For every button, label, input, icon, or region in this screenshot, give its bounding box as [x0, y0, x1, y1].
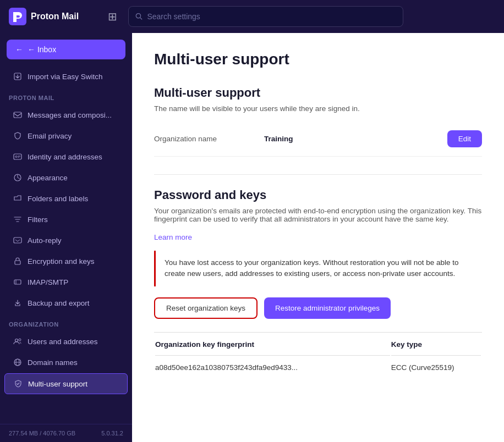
fingerprint-table: Organization key fingerprint Key type a0… — [154, 332, 482, 379]
logo-text: Proton Mail — [31, 12, 79, 21]
auto-reply-icon — [13, 236, 22, 245]
messages-icon — [13, 110, 22, 119]
key-type-value: ECC (Curve25519) — [391, 357, 481, 378]
top-bar: Proton Mail ⊞ — [0, 0, 504, 33]
multi-user-section-desc: The name will be visible to your users w… — [154, 104, 482, 113]
key-type-col-header: Key type — [391, 334, 481, 356]
appearance-icon — [13, 173, 22, 182]
password-keys-title: Password and keys — [154, 188, 482, 202]
page-title: Multi-user support — [154, 51, 482, 68]
sidebar-item-users[interactable]: Users and addresses — [4, 332, 128, 351]
storage-info: 277.54 MB / 4076.70 GB — [9, 430, 75, 437]
org-name-label: Organization name — [154, 135, 264, 143]
proton-mail-section-label: Proton Mail — [0, 87, 132, 104]
svg-rect-5 — [14, 154, 21, 159]
main-content: Multi-user support Multi-user support Th… — [132, 33, 504, 442]
multi-user-section-title: Multi-user support — [154, 86, 482, 100]
sidebar-item-encryption[interactable]: Encryption and keys — [4, 251, 128, 271]
version-info: 5.0.31.2 — [101, 430, 123, 437]
warning-container: You have lost access to your organizatio… — [154, 251, 482, 286]
sidebar: ← ← Inbox Import via Easy Switch Proton … — [0, 33, 132, 442]
fingerprint-value: a08d50ee162a10380753f243dfa9ed9433... — [155, 357, 390, 378]
fp-col-header: Organization key fingerprint — [155, 334, 390, 356]
users-icon — [13, 337, 22, 346]
svg-rect-4 — [14, 112, 21, 118]
sidebar-item-backup[interactable]: Backup and export — [4, 293, 128, 313]
password-keys-section: Password and keys Your organization's em… — [154, 188, 482, 379]
arrow-left-icon: ← — [15, 45, 23, 54]
import-icon — [13, 72, 22, 81]
backup-icon — [13, 299, 22, 307]
sidebar-item-identity[interactable]: Identity and addresses — [4, 147, 128, 167]
svg-line-2 — [140, 18, 142, 19]
search-input[interactable] — [147, 12, 396, 21]
section-divider — [154, 174, 482, 175]
svg-point-15 — [19, 339, 21, 341]
org-name-row: Organization name Training Edit — [154, 121, 482, 157]
sidebar-item-appearance[interactable]: Appearance — [4, 168, 128, 187]
svg-point-14 — [15, 339, 18, 342]
sidebar-item-messages[interactable]: Messages and composi... — [4, 105, 128, 125]
globe-icon — [13, 358, 22, 367]
sidebar-item-imap[interactable]: IMAP/SMTP — [4, 272, 128, 292]
logo-area: Proton Mail — [9, 8, 97, 25]
svg-rect-12 — [14, 280, 21, 284]
sidebar-item-auto-reply[interactable]: Auto-reply — [4, 230, 128, 250]
inbox-button[interactable]: ← ← Inbox — [7, 40, 125, 59]
multi-user-section: Multi-user support The name will be visi… — [154, 86, 482, 157]
svg-point-6 — [15, 156, 17, 158]
edit-button[interactable]: Edit — [447, 130, 482, 147]
svg-rect-10 — [14, 237, 21, 243]
lock-icon — [13, 257, 22, 266]
restore-admin-button[interactable]: Restore administrator privileges — [264, 297, 391, 319]
grid-icon[interactable]: ⊞ — [106, 8, 119, 25]
proton-logo-icon — [9, 8, 26, 25]
sidebar-footer: 277.54 MB / 4076.70 GB 5.0.31.2 — [0, 424, 132, 442]
shield-check-icon — [14, 379, 23, 388]
reset-org-keys-button[interactable]: Reset organization keys — [154, 297, 258, 319]
folders-icon — [13, 194, 22, 203]
shield-icon — [13, 131, 22, 140]
organization-section-label: Organization — [0, 313, 132, 331]
svg-rect-11 — [15, 261, 20, 264]
search-icon — [135, 13, 143, 20]
warning-box: You have lost access to your organizatio… — [154, 251, 482, 286]
sidebar-item-folders[interactable]: Folders and labels — [4, 189, 128, 208]
learn-more-link[interactable]: Learn more — [154, 233, 192, 241]
identity-icon — [13, 152, 22, 161]
password-keys-desc: Your organization's emails are protected… — [154, 207, 482, 223]
sidebar-item-email-privacy[interactable]: Email privacy — [4, 126, 128, 146]
sidebar-item-multi-user[interactable]: Multi-user support — [4, 373, 128, 394]
imap-icon — [13, 278, 22, 286]
sidebar-item-domains[interactable]: Domain names — [4, 352, 128, 372]
table-row: a08d50ee162a10380753f243dfa9ed9433... EC… — [155, 357, 481, 378]
warning-text: You have lost access to your organizatio… — [165, 258, 459, 278]
org-name-value: Training — [264, 135, 447, 143]
sidebar-item-filters[interactable]: Filters — [4, 209, 128, 229]
filter-icon — [13, 215, 22, 224]
action-buttons: Reset organization keys Restore administ… — [154, 297, 482, 319]
search-bar[interactable] — [128, 6, 403, 27]
sidebar-item-import[interactable]: Import via Easy Switch — [4, 67, 128, 86]
